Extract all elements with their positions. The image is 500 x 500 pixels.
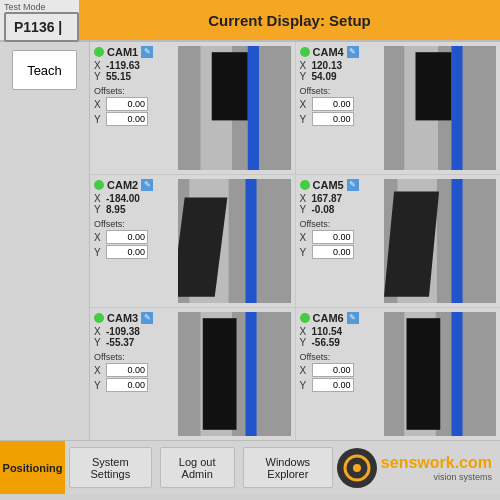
cam6-x: 110.54: [312, 326, 343, 337]
cam1-status-dot: [94, 47, 104, 57]
cam6-coords: X 110.54 Y -56.59: [300, 326, 380, 348]
cam3-offset-x-row: X: [94, 363, 174, 377]
camera-grid: CAM1 ✎ X -119.63 Y 55.15 Offsets: X: [90, 42, 500, 440]
cam1-label: CAM1: [107, 46, 138, 58]
senswork-brand: senswork.com: [381, 454, 492, 472]
cam4-coords: X 120.13 Y 54.09: [300, 60, 380, 82]
svg-rect-7: [415, 52, 451, 120]
cam-cell-1: CAM1 ✎ X -119.63 Y 55.15 Offsets: X: [90, 42, 295, 174]
bottom-bar: Positioning System Settings Log out Admi…: [0, 440, 500, 494]
cam2-offset-y-input[interactable]: [106, 245, 148, 259]
cam2-coords: X -184.00 Y 8.95: [94, 193, 174, 215]
cam6-offset-x-input[interactable]: [312, 363, 354, 377]
cam4-offset-y-label: Y: [300, 114, 310, 125]
current-display-title: Current Display: Setup: [79, 0, 500, 40]
p1136-badge: P1136 |: [4, 12, 79, 42]
cam1-offset-x-label: X: [94, 99, 104, 110]
logout-button[interactable]: Log out Admin: [160, 447, 235, 488]
svg-rect-27: [406, 318, 440, 430]
cam3-status-dot: [94, 313, 104, 323]
cam4-status-dot: [300, 47, 310, 57]
cam-cell-2: CAM2 ✎ X -184.00 Y 8.95 Offsets: X: [90, 175, 295, 307]
cam3-image: [178, 312, 291, 436]
cam6-status-dot: [300, 313, 310, 323]
cam3-y: -55.37: [106, 337, 134, 348]
test-mode-label: Test Mode: [4, 2, 46, 12]
cam1-y: 55.15: [106, 71, 131, 82]
cam5-offset-x-input[interactable]: [312, 230, 354, 244]
cam5-offset-y-input[interactable]: [312, 245, 354, 259]
cam4-y: 54.09: [312, 71, 337, 82]
svg-rect-24: [257, 312, 291, 436]
svg-rect-2: [212, 52, 248, 120]
cam1-coords: X -119.63 Y 55.15: [94, 60, 174, 82]
cam4-image: [384, 46, 497, 170]
cam-cell-5: CAM5 ✎ X 167.87 Y -0.08 Offsets: X: [296, 175, 501, 307]
cam2-offset-x-label: X: [94, 232, 104, 243]
cam1-info: CAM1 ✎ X -119.63 Y 55.15 Offsets: X: [94, 46, 174, 170]
left-panel: Teach: [0, 42, 90, 440]
cam5-y: -0.08: [312, 204, 335, 215]
cam4-offset-y-input[interactable]: [312, 112, 354, 126]
cam5-offset-x-row: X: [300, 230, 380, 244]
cam6-offset-x-label: X: [300, 365, 310, 376]
system-settings-button[interactable]: System Settings: [69, 447, 152, 488]
svg-rect-3: [248, 46, 259, 170]
cam3-offsets-label: Offsets:: [94, 352, 174, 362]
cam1-edit-icon[interactable]: ✎: [141, 46, 153, 58]
cam1-offset-y-input[interactable]: [106, 112, 148, 126]
cam2-offset-x-input[interactable]: [106, 230, 148, 244]
cam1-offset-x-row: X: [94, 97, 174, 111]
cam4-offsets-label: Offsets:: [300, 86, 380, 96]
svg-rect-22: [203, 318, 237, 430]
cam5-status-dot: [300, 180, 310, 190]
cam6-offset-y-input[interactable]: [312, 378, 354, 392]
cam5-offset-y-label: Y: [300, 247, 310, 258]
cam-cell-6: CAM6 ✎ X 110.54 Y -56.59 Offsets: X: [296, 308, 501, 440]
svg-rect-9: [462, 46, 496, 170]
cam3-offset-y-input[interactable]: [106, 378, 148, 392]
cam4-offset-x-row: X: [300, 97, 380, 111]
cam2-edit-icon[interactable]: ✎: [141, 179, 153, 191]
cam4-x: 120.13: [312, 60, 343, 71]
svg-rect-29: [462, 312, 496, 436]
cam5-offset-y-row: Y: [300, 245, 380, 259]
cam2-offsets-label: Offsets:: [94, 219, 174, 229]
cam4-info: CAM4 ✎ X 120.13 Y 54.09 Offsets: X: [300, 46, 380, 170]
cam6-offset-y-row: Y: [300, 378, 380, 392]
cam4-offset-y-row: Y: [300, 112, 380, 126]
cam5-label: CAM5: [313, 179, 344, 191]
senswork-logo-circle: [337, 448, 377, 488]
cam-cell-4: CAM4 ✎ X 120.13 Y 54.09 Offsets: X: [296, 42, 501, 174]
svg-rect-4: [259, 46, 291, 170]
cam5-edit-icon[interactable]: ✎: [347, 179, 359, 191]
senswork-logo-text: senswork.com vision systems: [381, 454, 492, 482]
cam3-edit-icon[interactable]: ✎: [141, 312, 153, 324]
svg-rect-8: [451, 46, 462, 170]
top-section: Test Mode P1136 | Current Display: Setup: [0, 0, 500, 42]
cam4-edit-icon[interactable]: ✎: [347, 46, 359, 58]
cam5-image: [384, 179, 497, 303]
cam-cell-3: CAM3 ✎ X -109.38 Y -55.37 Offsets: X: [90, 308, 295, 440]
cam1-x: -119.63: [106, 60, 140, 71]
main-area: Teach CAM1 ✎ X -119.63 Y 55.15: [0, 42, 500, 440]
cam3-coords: X -109.38 Y -55.37: [94, 326, 174, 348]
cam6-offset-x-row: X: [300, 363, 380, 377]
cam6-offset-y-label: Y: [300, 380, 310, 391]
positioning-button[interactable]: Positioning: [0, 441, 65, 494]
cam6-edit-icon[interactable]: ✎: [347, 312, 359, 324]
cam2-offset-y-label: Y: [94, 247, 104, 258]
cam2-offset-x-row: X: [94, 230, 174, 244]
cam3-x: -109.38: [106, 326, 140, 337]
windows-explorer-button[interactable]: Windows Explorer: [243, 447, 333, 488]
teach-button[interactable]: Teach: [12, 50, 77, 90]
svg-rect-14: [257, 179, 291, 303]
senswork-name-text: senswork: [381, 454, 455, 471]
cam4-offset-x-input[interactable]: [312, 97, 354, 111]
cam2-image: [178, 179, 291, 303]
cam3-offset-y-label: Y: [94, 380, 104, 391]
cam3-offset-x-input[interactable]: [106, 363, 148, 377]
cam1-offset-x-input[interactable]: [106, 97, 148, 111]
cam2-info: CAM2 ✎ X -184.00 Y 8.95 Offsets: X: [94, 179, 174, 303]
svg-point-32: [353, 464, 361, 472]
